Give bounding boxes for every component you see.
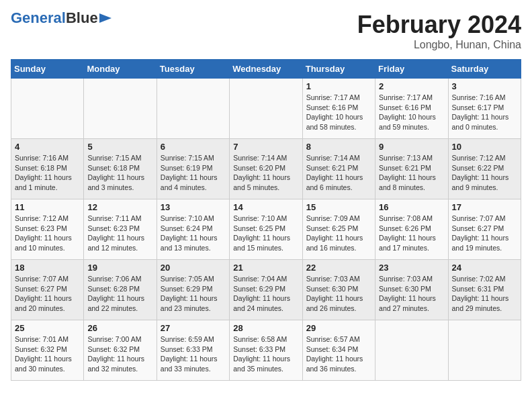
header-cell-sunday: Sunday (11, 60, 84, 79)
logo-blue: Blue (66, 9, 98, 26)
day-number: 13 (161, 202, 226, 212)
day-cell (375, 320, 448, 381)
day-number: 16 (379, 202, 444, 212)
day-cell: 3Sunrise: 7:16 AM Sunset: 6:17 PM Daylig… (448, 79, 521, 139)
day-cell: 24Sunrise: 7:02 AM Sunset: 6:31 PM Dayli… (448, 260, 521, 320)
day-info: Sunrise: 6:59 AM Sunset: 6:33 PM Dayligh… (161, 334, 226, 374)
day-number: 7 (233, 142, 298, 152)
logo: GeneralBlue (11, 11, 112, 26)
day-info: Sunrise: 7:17 AM Sunset: 6:16 PM Dayligh… (306, 93, 371, 132)
day-cell: 21Sunrise: 7:04 AM Sunset: 6:29 PM Dayli… (230, 260, 302, 320)
day-info: Sunrise: 7:14 AM Sunset: 6:21 PM Dayligh… (306, 153, 371, 193)
header-cell-monday: Monday (84, 60, 157, 79)
day-number: 15 (306, 202, 371, 212)
day-cell: 13Sunrise: 7:10 AM Sunset: 6:24 PM Dayli… (157, 199, 229, 260)
day-number: 25 (15, 323, 80, 333)
svg-marker-0 (99, 13, 112, 23)
day-cell: 25Sunrise: 7:01 AM Sunset: 6:32 PM Dayli… (11, 320, 84, 381)
header-cell-saturday: Saturday (448, 60, 521, 79)
day-cell: 1Sunrise: 7:17 AM Sunset: 6:16 PM Daylig… (302, 79, 375, 139)
day-info: Sunrise: 7:16 AM Sunset: 6:17 PM Dayligh… (452, 93, 517, 132)
day-info: Sunrise: 7:01 AM Sunset: 6:32 PM Dayligh… (15, 334, 80, 374)
day-cell: 8Sunrise: 7:14 AM Sunset: 6:21 PM Daylig… (302, 139, 375, 199)
day-info: Sunrise: 7:06 AM Sunset: 6:28 PM Dayligh… (87, 274, 152, 314)
header-cell-friday: Friday (375, 60, 448, 79)
day-number: 4 (15, 142, 80, 152)
day-info: Sunrise: 7:12 AM Sunset: 6:22 PM Dayligh… (452, 153, 517, 193)
day-cell (84, 79, 157, 139)
week-row-3: 11Sunrise: 7:12 AM Sunset: 6:23 PM Dayli… (11, 199, 521, 260)
day-cell: 5Sunrise: 7:15 AM Sunset: 6:18 PM Daylig… (84, 139, 157, 199)
day-cell: 26Sunrise: 7:00 AM Sunset: 6:32 PM Dayli… (84, 320, 157, 381)
day-info: Sunrise: 7:16 AM Sunset: 6:18 PM Dayligh… (15, 153, 80, 193)
day-info: Sunrise: 7:12 AM Sunset: 6:23 PM Dayligh… (15, 214, 80, 253)
day-info: Sunrise: 7:11 AM Sunset: 6:23 PM Dayligh… (87, 214, 152, 253)
day-number: 8 (306, 142, 371, 152)
day-cell: 9Sunrise: 7:13 AM Sunset: 6:21 PM Daylig… (375, 139, 448, 199)
day-number: 26 (87, 323, 152, 333)
logo-arrow-icon (99, 13, 112, 23)
day-cell: 16Sunrise: 7:08 AM Sunset: 6:26 PM Dayli… (375, 199, 448, 260)
day-info: Sunrise: 7:08 AM Sunset: 6:26 PM Dayligh… (379, 214, 444, 253)
day-number: 2 (379, 81, 444, 91)
day-info: Sunrise: 7:05 AM Sunset: 6:29 PM Dayligh… (161, 274, 226, 314)
day-info: Sunrise: 6:58 AM Sunset: 6:33 PM Dayligh… (233, 334, 298, 374)
day-cell: 4Sunrise: 7:16 AM Sunset: 6:18 PM Daylig… (11, 139, 84, 199)
week-row-4: 18Sunrise: 7:07 AM Sunset: 6:27 PM Dayli… (11, 260, 521, 320)
day-cell: 27Sunrise: 6:59 AM Sunset: 6:33 PM Dayli… (157, 320, 229, 381)
day-number: 1 (306, 81, 371, 91)
day-cell: 6Sunrise: 7:15 AM Sunset: 6:19 PM Daylig… (157, 139, 229, 199)
day-number: 19 (87, 263, 152, 273)
day-cell: 19Sunrise: 7:06 AM Sunset: 6:28 PM Dayli… (84, 260, 157, 320)
day-cell (157, 79, 229, 139)
calendar-title: February 2024 (357, 11, 521, 39)
day-cell: 28Sunrise: 6:58 AM Sunset: 6:33 PM Dayli… (230, 320, 302, 381)
day-number: 29 (306, 323, 371, 333)
day-info: Sunrise: 7:07 AM Sunset: 6:27 PM Dayligh… (452, 214, 517, 253)
logo-text: GeneralBlue (11, 11, 98, 26)
day-cell: 2Sunrise: 7:17 AM Sunset: 6:16 PM Daylig… (375, 79, 448, 139)
day-number: 23 (379, 263, 444, 273)
day-cell: 20Sunrise: 7:05 AM Sunset: 6:29 PM Dayli… (157, 260, 229, 320)
day-info: Sunrise: 7:03 AM Sunset: 6:30 PM Dayligh… (306, 274, 371, 314)
day-info: Sunrise: 7:15 AM Sunset: 6:19 PM Dayligh… (161, 153, 226, 193)
day-info: Sunrise: 7:13 AM Sunset: 6:21 PM Dayligh… (379, 153, 444, 193)
day-cell (230, 79, 302, 139)
day-number: 28 (233, 323, 298, 333)
day-cell: 12Sunrise: 7:11 AM Sunset: 6:23 PM Dayli… (84, 199, 157, 260)
logo-general: General (11, 9, 66, 26)
week-row-1: 1Sunrise: 7:17 AM Sunset: 6:16 PM Daylig… (11, 79, 521, 139)
day-number: 9 (379, 142, 444, 152)
day-info: Sunrise: 7:04 AM Sunset: 6:29 PM Dayligh… (233, 274, 298, 314)
header-row: SundayMondayTuesdayWednesdayThursdayFrid… (11, 60, 521, 79)
day-info: Sunrise: 7:02 AM Sunset: 6:31 PM Dayligh… (452, 274, 517, 314)
day-number: 10 (452, 142, 517, 152)
header-cell-tuesday: Tuesday (157, 60, 229, 79)
day-info: Sunrise: 7:17 AM Sunset: 6:16 PM Dayligh… (379, 93, 444, 132)
page-header: GeneralBlue February 2024 Longbo, Hunan,… (11, 11, 521, 51)
day-cell: 7Sunrise: 7:14 AM Sunset: 6:20 PM Daylig… (230, 139, 302, 199)
day-info: Sunrise: 7:09 AM Sunset: 6:25 PM Dayligh… (306, 214, 371, 253)
day-number: 12 (87, 202, 152, 212)
calendar-subtitle: Longbo, Hunan, China (357, 39, 521, 51)
day-number: 20 (161, 263, 226, 273)
day-info: Sunrise: 7:00 AM Sunset: 6:32 PM Dayligh… (87, 334, 152, 374)
day-number: 27 (161, 323, 226, 333)
header-cell-wednesday: Wednesday (230, 60, 302, 79)
day-info: Sunrise: 7:10 AM Sunset: 6:25 PM Dayligh… (233, 214, 298, 253)
day-info: Sunrise: 7:03 AM Sunset: 6:30 PM Dayligh… (379, 274, 444, 314)
day-info: Sunrise: 7:10 AM Sunset: 6:24 PM Dayligh… (161, 214, 226, 253)
day-cell (11, 79, 84, 139)
calendar-table: SundayMondayTuesdayWednesdayThursdayFrid… (11, 59, 521, 381)
day-cell: 15Sunrise: 7:09 AM Sunset: 6:25 PM Dayli… (302, 199, 375, 260)
week-row-2: 4Sunrise: 7:16 AM Sunset: 6:18 PM Daylig… (11, 139, 521, 199)
day-info: Sunrise: 7:07 AM Sunset: 6:27 PM Dayligh… (15, 274, 80, 314)
day-info: Sunrise: 7:15 AM Sunset: 6:18 PM Dayligh… (87, 153, 152, 193)
day-cell (448, 320, 521, 381)
day-number: 5 (87, 142, 152, 152)
day-info: Sunrise: 6:57 AM Sunset: 6:34 PM Dayligh… (306, 334, 371, 374)
day-cell: 18Sunrise: 7:07 AM Sunset: 6:27 PM Dayli… (11, 260, 84, 320)
day-cell: 14Sunrise: 7:10 AM Sunset: 6:25 PM Dayli… (230, 199, 302, 260)
day-number: 21 (233, 263, 298, 273)
day-number: 18 (15, 263, 80, 273)
